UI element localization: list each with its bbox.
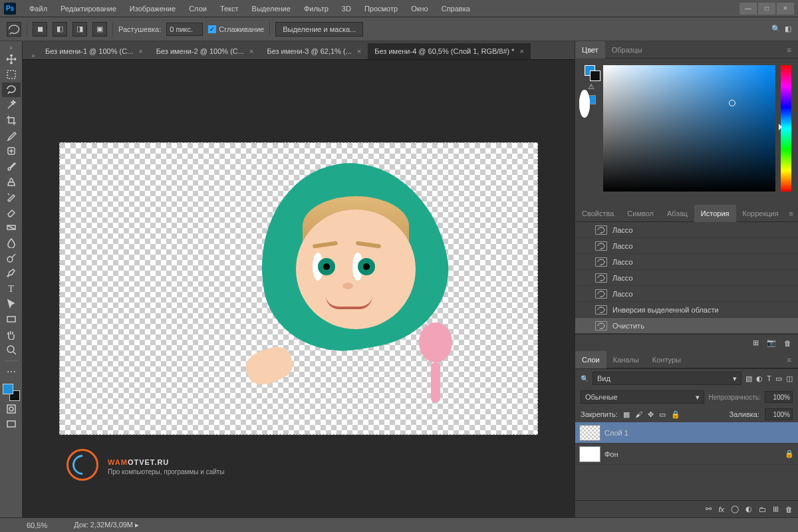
new-layer-icon[interactable]: ⊞: [773, 505, 779, 513]
tab-color[interactable]: Цвет: [575, 41, 605, 59]
tab-Символ[interactable]: Символ: [620, 205, 660, 222]
panel-menu-icon[interactable]: ≡: [785, 209, 797, 217]
rectangle-tool[interactable]: [2, 312, 21, 327]
blur-tool[interactable]: [2, 235, 21, 250]
lock-all-icon[interactable]: 🔒: [671, 410, 680, 419]
zoom-tool[interactable]: [2, 342, 21, 357]
hand-tool[interactable]: [2, 327, 21, 342]
workspace-icon[interactable]: ◧: [785, 25, 791, 33]
tab-swatches[interactable]: Образцы: [605, 41, 649, 59]
history-step[interactable]: Лассо: [575, 254, 798, 270]
clone-stamp-tool[interactable]: [2, 174, 21, 189]
close-tab-icon[interactable]: ×: [249, 47, 253, 55]
layer-fx-icon[interactable]: fx: [718, 505, 724, 513]
lock-artboard-icon[interactable]: ▭: [659, 410, 666, 419]
document-tab[interactable]: Без имени-1 @ 100% (С...×: [39, 43, 150, 59]
layer-thumbnail[interactable]: [579, 446, 600, 462]
color-field[interactable]: [603, 65, 775, 192]
window-close-button[interactable]: ×: [777, 3, 794, 15]
zoom-readout[interactable]: 60,5%: [27, 521, 47, 529]
selection-intersect-icon[interactable]: ▣: [92, 22, 107, 37]
tab-Коррекция[interactable]: Коррекция: [736, 205, 785, 222]
selection-new-icon[interactable]: ◼: [33, 22, 47, 37]
layer-filter-select[interactable]: Вид▾: [593, 372, 741, 385]
menu-Окно[interactable]: Окно: [404, 2, 435, 15]
layer-mask-icon[interactable]: ◯: [731, 505, 739, 513]
panel-menu-icon[interactable]: ≡: [783, 46, 795, 54]
marquee-tool[interactable]: [2, 67, 21, 82]
healing-brush-tool[interactable]: [2, 144, 21, 158]
delete-layer-icon[interactable]: 🗑: [785, 505, 793, 513]
tab-Слои[interactable]: Слои: [575, 351, 606, 368]
quick-mask-button[interactable]: [2, 402, 21, 416]
canvas-area[interactable]: WAMOTVET.RU Про компьютеры, программы и …: [23, 60, 575, 517]
menu-Просмотр[interactable]: Просмотр: [358, 2, 404, 15]
history-step[interactable]: Лассо: [575, 222, 798, 238]
trash-icon[interactable]: 🗑: [784, 339, 791, 347]
layer-row[interactable]: 👁Слой 1: [575, 422, 798, 444]
path-selection-tool[interactable]: [2, 297, 21, 311]
adjustment-layer-icon[interactable]: ◐: [745, 505, 752, 513]
lasso-tool[interactable]: [2, 82, 21, 97]
document-tab[interactable]: Без имени-4 @ 60,5% (Слой 1, RGB/8#) *×: [368, 43, 531, 59]
select-and-mask-button[interactable]: Выделение и маска...: [275, 22, 363, 37]
history-step[interactable]: Инверсия выделенной области: [575, 302, 798, 318]
document-tab[interactable]: Без имени-3 @ 62,1% (...×: [260, 43, 368, 59]
filter-pixel-icon[interactable]: ▧: [745, 374, 752, 383]
feather-input[interactable]: [166, 23, 203, 36]
menu-Файл[interactable]: Файл: [23, 2, 54, 15]
dodge-tool[interactable]: [2, 251, 21, 265]
filter-smart-icon[interactable]: ◫: [786, 374, 793, 383]
eyedropper-tool[interactable]: [2, 128, 21, 143]
close-tab-icon[interactable]: ×: [520, 47, 524, 55]
history-step[interactable]: Лассо: [575, 270, 798, 286]
lasso-tool-preset[interactable]: [7, 22, 21, 37]
lock-transparency-icon[interactable]: ▩: [623, 410, 630, 419]
antialias-checkbox[interactable]: ✓: [208, 25, 216, 33]
close-tab-icon[interactable]: ×: [357, 47, 361, 55]
gradient-tool[interactable]: [2, 220, 21, 235]
menu-Изображение[interactable]: Изображение: [123, 2, 182, 15]
history-brush-tool[interactable]: [2, 190, 21, 204]
filter-adjust-icon[interactable]: ◐: [756, 374, 763, 383]
link-layers-icon[interactable]: ⚯: [706, 505, 712, 513]
blend-mode-select[interactable]: Обычные▾: [581, 390, 704, 404]
move-tool[interactable]: [2, 52, 21, 66]
menu-Фильтр[interactable]: Фильтр: [297, 2, 335, 15]
menu-Справка[interactable]: Справка: [435, 2, 477, 15]
edit-toolbar-button[interactable]: ⋯: [2, 364, 21, 379]
history-step[interactable]: Лассо: [575, 286, 798, 302]
fill-input[interactable]: [765, 408, 793, 420]
brush-tool[interactable]: [2, 159, 21, 174]
document-tab[interactable]: Без имени-2 @ 100% (С...×: [150, 43, 261, 59]
close-tab-icon[interactable]: ×: [138, 47, 142, 55]
filter-shape-icon[interactable]: ▭: [775, 374, 782, 383]
opacity-input[interactable]: [765, 391, 793, 403]
layer-name[interactable]: Фон: [604, 450, 781, 458]
search-icon[interactable]: 🔍: [771, 25, 781, 33]
gamut-warning-icon[interactable]: ⚠: [588, 82, 595, 91]
panel-menu-icon[interactable]: ≡: [783, 356, 795, 364]
tab-История[interactable]: История: [694, 205, 736, 222]
visibility-toggle-icon[interactable]: [579, 90, 590, 118]
history-step[interactable]: Лассо: [575, 238, 798, 254]
canvas[interactable]: WAMOTVET.RU Про компьютеры, программы и …: [59, 142, 538, 435]
menu-Редактирование[interactable]: Редактирование: [54, 2, 123, 15]
screen-mode-button[interactable]: [2, 417, 21, 432]
eraser-tool[interactable]: [2, 205, 21, 219]
tab-Абзац[interactable]: Абзац: [660, 205, 694, 222]
crop-tool[interactable]: [2, 113, 21, 128]
selection-subtract-icon[interactable]: ◨: [72, 22, 87, 37]
menu-Выделение[interactable]: Выделение: [245, 2, 297, 15]
tab-Свойства[interactable]: Свойства: [575, 205, 620, 222]
lock-pixels-icon[interactable]: 🖌: [635, 410, 642, 418]
snapshot-icon[interactable]: 📷: [767, 338, 776, 347]
menu-Слои[interactable]: Слои: [182, 2, 213, 15]
tab-Каналы[interactable]: Каналы: [606, 351, 646, 368]
color-swatches[interactable]: [3, 384, 20, 401]
window-maximize-button[interactable]: □: [758, 3, 775, 15]
magic-wand-tool[interactable]: [2, 98, 21, 112]
lock-position-icon[interactable]: ✥: [648, 410, 654, 419]
layer-row[interactable]: Фон🔒: [575, 444, 798, 465]
selection-add-icon[interactable]: ◧: [53, 22, 67, 37]
